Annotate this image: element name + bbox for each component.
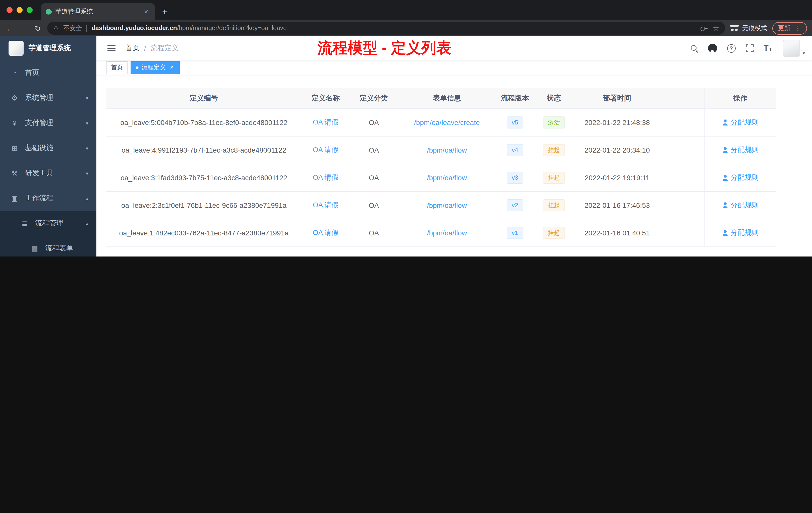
cell-status: 挂起 [534,163,574,191]
kebab-menu-icon [794,25,802,32]
user-icon [722,119,728,125]
status-tag: 挂起 [543,199,565,211]
version-tag: v5 [507,116,523,128]
cell-action: 分配规则 [704,191,776,219]
cell-version: v1 [496,219,534,246]
definition-table: 定义编号定义名称定义分类表单信息流程版本状态部署时间操作 oa_leave:5:… [107,88,776,247]
url-path: /bpm/manager/definition?key=oa_leave [177,25,287,32]
tab-title: 芋道管理系统 [55,7,138,16]
cell-time: 2022-01-22 21:48:38 [574,109,660,136]
definition-name-link[interactable]: OA 请假 [313,201,339,210]
reload-icon[interactable] [33,24,42,32]
status-tag: 激活 [543,116,565,128]
tag-home[interactable]: 首页 [107,61,127,74]
sidebar-item-system[interactable]: ⚙系统管理▾ [0,85,96,111]
user-avatar-menu[interactable] [783,40,805,57]
close-window-button[interactable] [6,7,12,13]
assign-rule-link[interactable]: 分配规则 [722,118,759,127]
navbar-actions [690,40,812,57]
infrastructure-icon: ⊞ [10,144,19,152]
cell-time: 2022-01-16 01:40:51 [574,219,660,246]
form-link[interactable]: /bpm/oa/flow [427,229,467,237]
table-row-3: oa_leave:3:1fad3d93-7b75-11ec-a3c8-acde4… [107,163,776,191]
cell-spacer [660,219,704,246]
font-size-icon[interactable] [763,44,772,52]
breadcrumb-home[interactable]: 首页 [125,44,140,53]
gear-icon: ⚙ [10,94,19,102]
browser-tab[interactable]: 芋道管理系统 [41,3,155,20]
browser-update-menu-button[interactable]: 更新 [772,22,807,34]
definition-name-link[interactable]: OA 请假 [313,228,339,237]
tag-process-definition[interactable]: 流程定义 [130,61,180,74]
tab-close-icon[interactable] [142,7,150,16]
sidebar-item-payment[interactable]: ¥支付管理▾ [0,111,96,135]
sidebar-item-workflow[interactable]: ▣工作流程▴ [0,186,96,211]
navbar: 首页 / 流程定义 流程模型 - 定义列表 [96,36,812,60]
assign-rule-link[interactable]: 分配规则 [722,228,759,237]
sidebar-item-dev-tools[interactable]: ⚒研发工具▾ [0,161,96,186]
tag-close-icon[interactable] [168,64,175,71]
user-icon [722,202,728,208]
cell-id: oa_leave:2:3c1f0ef1-76b1-11ec-9c66-a2380… [107,191,301,219]
assign-rule-link[interactable]: 分配规则 [722,201,759,210]
browser-window: 芋道管理系统 + 不安全 dashboard.yudao.iocoder.cn/… [0,0,812,256]
search-icon[interactable] [690,44,698,52]
sidebar-item-home[interactable]: ◔首页 [0,60,96,85]
incognito-icon [730,25,739,31]
form-link[interactable]: /bpm/oa/flow [427,201,467,209]
sidebar: 芋道管理系统 ◔首页⚙系统管理▾¥支付管理▾⊞基础设施▾⚒研发工具▾▣工作流程▴… [0,36,96,256]
cell-id: oa_leave:3:1fad3d93-7b75-11ec-a3c8-acde4… [107,163,301,191]
tag-process-definition-label: 流程定义 [142,63,166,72]
avatar[interactable] [783,40,800,57]
github-icon[interactable] [708,44,717,53]
sidebar-item-label: 首页 [25,68,39,77]
column-header-form: 表单信息 [398,88,496,109]
cell-version: v4 [496,136,534,163]
logo-title: 芋道管理系统 [29,44,71,53]
column-header-id: 定义编号 [107,88,301,109]
cell-spacer [660,136,704,163]
column-header-name: 定义名称 [301,88,350,109]
definition-name-link[interactable]: OA 请假 [313,118,339,127]
minimize-window-button[interactable] [17,7,23,13]
sidebar-item-infrastructure[interactable]: ⊞基础设施▾ [0,135,96,161]
url-text[interactable]: dashboard.yudao.iocoder.cn/bpm/manager/d… [92,25,696,32]
assign-rule-link[interactable]: 分配规则 [722,145,759,154]
fullscreen-icon[interactable] [746,44,754,52]
bookmark-star-icon[interactable] [713,25,719,32]
form-link[interactable]: /bpm/oa/flow [427,174,467,181]
cell-time: 2022-01-22 19:19:11 [574,163,660,191]
cell-spacer [660,191,704,219]
tag-home-label: 首页 [111,63,123,72]
version-tag: v4 [507,144,523,156]
maximize-window-button[interactable] [27,7,33,13]
new-tab-button[interactable]: + [162,7,167,16]
forward-icon[interactable] [19,24,28,32]
cell-id: oa_leave:1:482ec033-762a-11ec-8477-a2380… [107,219,301,246]
sidebar-item-process-form[interactable]: ▤流程表单 [0,236,96,256]
hamburger-icon[interactable] [108,48,116,49]
cell-action: 分配规则 [704,136,776,163]
back-icon[interactable] [5,24,14,32]
assign-rule-link[interactable]: 分配规则 [722,173,759,182]
password-key-icon[interactable] [700,24,708,32]
browser-tabstrip: 芋道管理系统 + [0,0,812,20]
chevron-up-icon: ▴ [86,195,88,201]
cell-action: 分配规则 [704,109,776,136]
breadcrumb: 首页 / 流程定义 [125,44,179,53]
cell-name: OA 请假 [301,163,350,191]
sidebar-item-label: 流程表单 [45,244,73,253]
address-bar[interactable]: 不安全 dashboard.yudao.iocoder.cn/bpm/manag… [47,22,725,35]
form-link[interactable]: /bpm/oa/flow [427,146,467,154]
definition-name-link[interactable]: OA 请假 [313,145,339,154]
security-label[interactable]: 不安全 [63,24,82,32]
cell-version: v5 [496,109,534,136]
sidebar-item-label: 流程管理 [35,219,63,228]
form-link[interactable]: /bpm/oa/leave/create [414,118,480,126]
table-header-row: 定义编号定义名称定义分类表单信息流程版本状态部署时间操作 [107,88,776,109]
help-icon[interactable] [727,44,735,53]
cell-category: OA [350,191,398,219]
sidebar-item-process-mgmt[interactable]: ≣流程管理▴ [0,211,96,236]
chevron-down-icon: ▾ [86,95,88,101]
definition-name-link[interactable]: OA 请假 [313,173,339,182]
